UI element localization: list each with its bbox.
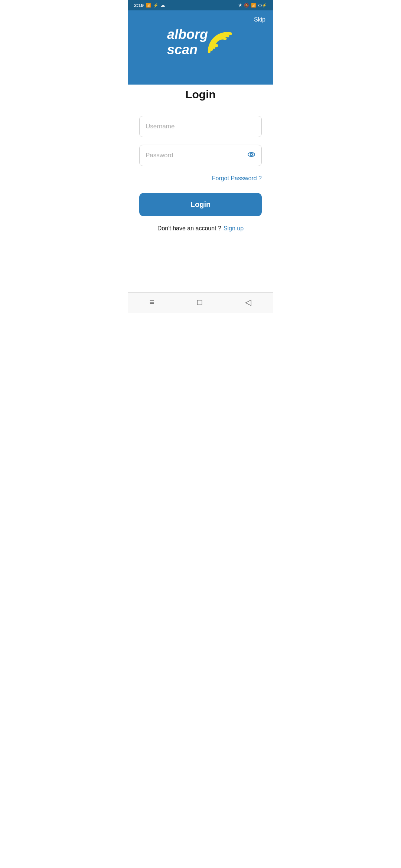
home-nav-icon[interactable]: □ — [197, 297, 202, 307]
skip-button[interactable]: Skip — [254, 16, 265, 23]
login-title: Login — [185, 88, 216, 101]
login-card: Login Forgot Password ? Login Don't have… — [128, 73, 273, 292]
header-area: Skip alborg scan — [128, 10, 273, 85]
svg-point-0 — [215, 44, 218, 47]
menu-nav-icon[interactable]: ≡ — [150, 297, 154, 307]
battery-icon: ▭⚡ — [258, 3, 267, 8]
signup-row: Don't have an account ? Sign up — [157, 225, 244, 232]
logo-text: alborg scan — [167, 27, 208, 57]
status-time: 2:19 — [134, 3, 144, 8]
password-wrapper — [139, 145, 262, 166]
mute-icon: 🔕 — [244, 3, 249, 8]
logo-line1: alborg — [167, 27, 208, 42]
no-account-text: Don't have an account ? — [157, 225, 221, 232]
cloud-icon: ☁ — [161, 3, 165, 8]
wifi-icon: 📶 — [251, 3, 256, 8]
logo-signal-icon — [204, 27, 234, 57]
status-bar: 2:19 📶 ⚡ ☁ ★ 🔕 📶 ▭⚡ — [128, 0, 273, 10]
usb-icon: ⚡ — [153, 3, 159, 8]
back-nav-icon[interactable]: ◁ — [245, 297, 251, 307]
password-group — [139, 145, 262, 166]
status-right: ★ 🔕 📶 ▭⚡ — [238, 3, 267, 8]
status-left: 2:19 📶 ⚡ ☁ — [134, 3, 165, 8]
bottom-nav: ≡ □ ◁ — [128, 292, 273, 313]
password-input[interactable] — [139, 145, 262, 166]
username-input[interactable] — [139, 116, 262, 137]
show-password-icon[interactable] — [247, 150, 256, 161]
username-group — [139, 116, 262, 137]
forgot-password-button[interactable]: Forgot Password ? — [212, 175, 262, 182]
svg-point-2 — [250, 154, 252, 156]
login-button[interactable]: Login — [139, 193, 262, 216]
forgot-password-row: Forgot Password ? — [139, 175, 262, 182]
logo-line2: scan — [167, 42, 208, 57]
bluetooth-icon: 📶 — [146, 3, 151, 8]
logo-container: alborg scan — [167, 27, 234, 57]
signup-button[interactable]: Sign up — [224, 225, 244, 232]
bluetooth-right-icon: ★ — [238, 3, 242, 8]
